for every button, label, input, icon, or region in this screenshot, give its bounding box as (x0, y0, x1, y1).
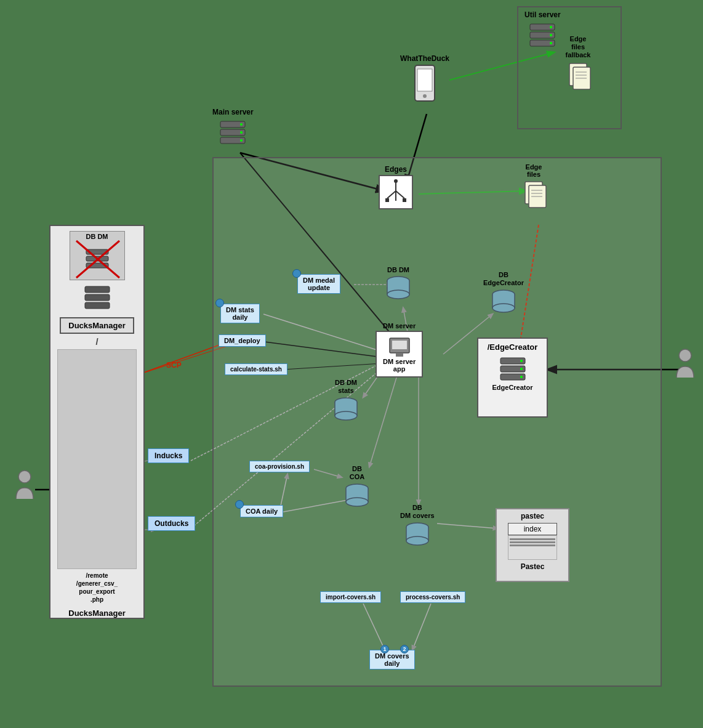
edge-files-fallback-icon (564, 61, 592, 91)
svg-rect-55 (403, 198, 406, 202)
db-dm-stats-icon (332, 396, 360, 423)
edges-box (379, 175, 413, 209)
util-server-box: Util server Edgefilesfallback (517, 6, 622, 129)
db-dm-stats-label: DB DMstats (335, 379, 357, 395)
pastec-index-box: index (508, 523, 557, 560)
svg-point-68 (492, 304, 515, 312)
dm-stats-indicator (215, 299, 224, 307)
coa-daily-label: COA daily (246, 508, 278, 515)
db-edge-creator-icon (490, 288, 517, 315)
pastec-content (508, 535, 557, 560)
svg-point-47 (240, 123, 243, 126)
pastec-index-label: index (508, 523, 557, 535)
edge-files-fallback-node: Edgefilesfallback (564, 35, 592, 91)
main-server-label: Main server (212, 108, 254, 116)
calculate-stats-label: calculate-stats.sh (230, 366, 282, 373)
dm-stats-daily-label: DM statsdaily (226, 306, 254, 321)
main-server-container (212, 157, 662, 687)
dm-deploy-node: DM_deploy (219, 334, 266, 347)
util-server-label: Util server (524, 10, 561, 19)
calculate-stats-node: calculate-stats.sh (225, 363, 287, 375)
import-covers-node: import-covers.sh (320, 591, 381, 603)
coa-daily-indicator (235, 500, 244, 509)
dm-covers-daily-label: DM coversdaily (375, 652, 409, 667)
dm-server-app-label: DM serverapp (383, 358, 416, 373)
bookcase-button-wrapper[interactable]: DucksManager (60, 317, 134, 334)
dm-deploy-label: DM_deploy (224, 337, 260, 344)
db-coa-icon (343, 482, 371, 509)
dm-medal-update-box: DM medalupdate (297, 274, 340, 294)
inducks-node: Inducks (148, 448, 189, 463)
edge-files-label: Edgefiles (526, 163, 542, 178)
dm-medal-indicator (292, 269, 301, 278)
svg-rect-90 (85, 286, 110, 293)
svg-line-51 (387, 191, 396, 198)
svg-point-82 (520, 360, 523, 362)
outducks-box: Outducks (148, 516, 195, 531)
dm-medal-update-node: DM medalupdate (297, 274, 340, 294)
svg-point-103 (679, 349, 691, 362)
dm-panel-server (84, 284, 111, 313)
db-edge-creator-label: DBEdgeCreator (483, 271, 524, 287)
svg-point-95 (346, 498, 368, 506)
slash-label: / (95, 336, 98, 347)
coa-provision-box: coa-provision.sh (249, 461, 310, 472)
dm-panel-server-icon (84, 284, 111, 311)
svg-point-83 (520, 368, 523, 370)
svg-point-35 (550, 42, 552, 44)
util-server-node: Util server (524, 10, 561, 50)
svg-line-52 (396, 191, 404, 198)
edge-creator-path-label: /EdgeCreator (488, 342, 538, 352)
db-dm-covers-icon (404, 521, 431, 548)
dm-server-node: DM server DM serverapp (376, 322, 423, 378)
main-server-icon (218, 118, 247, 147)
edges-icon (382, 179, 409, 203)
process-covers-node: process-covers.sh (400, 591, 465, 603)
db-dm-top-icon (385, 275, 412, 302)
dm-deploy-box: DM_deploy (219, 334, 266, 347)
coa-provision-label: coa-provision.sh (255, 463, 304, 470)
edges-node: Edges (379, 165, 413, 209)
edge-files-icon (520, 179, 547, 209)
inducks-outducks-section (57, 349, 136, 569)
process-covers-label: process-covers.sh (406, 594, 460, 601)
pastec-label: pastec (497, 509, 568, 520)
pastec-node-label: Pastec (497, 562, 568, 571)
person-left (14, 469, 36, 503)
svg-rect-91 (85, 294, 110, 301)
diagram: Util server Edgefilesfallback (0, 0, 703, 728)
ducks-manager-label: DucksManager (68, 609, 125, 618)
db-dm-top-node: DB DM (385, 266, 412, 302)
db-dm-covers-label: DBDM covers (400, 504, 435, 520)
dm-covers-daily-node: 1 2 DM coversdaily (369, 650, 415, 669)
edge-creator-container: /EdgeCreator EdgeCreator (477, 338, 548, 418)
svg-point-33 (550, 26, 552, 28)
dm-covers-indicator-2: 2 (400, 645, 409, 653)
person-right (674, 348, 696, 381)
remote-php-label: /remote/generer_csv_pour_export.php (76, 572, 118, 604)
bookcase-button[interactable]: DucksManager (60, 317, 134, 334)
process-covers-box: process-covers.sh (400, 591, 465, 603)
svg-rect-92 (85, 302, 110, 309)
dm-server-label: DM server (383, 322, 416, 330)
inducks-box: Inducks (148, 448, 189, 463)
dm-stats-daily-node: DM statsdaily (220, 304, 260, 323)
svg-point-84 (520, 376, 523, 378)
db-edge-creator-node: DBEdgeCreator (483, 271, 524, 315)
db-dm-top-label: DB DM (387, 266, 409, 273)
calculate-stats-box: calculate-stats.sh (225, 363, 287, 375)
db-dm-stats-node: DB DMstats (332, 379, 360, 423)
person-left-icon (14, 469, 36, 500)
svg-point-100 (406, 536, 428, 545)
svg-point-43 (423, 94, 427, 98)
outducks-node: Outducks (148, 516, 195, 531)
svg-rect-78 (396, 353, 403, 357)
edge-creator-server-icon (498, 354, 528, 384)
svg-point-63 (387, 290, 409, 299)
coa-provision-node: coa-provision.sh (249, 461, 310, 472)
dm-server-app-box: DM serverapp (376, 331, 423, 378)
dm-stats-daily-box: DM statsdaily (220, 304, 260, 323)
svg-point-34 (550, 34, 552, 36)
db-dm-crossed-box: DB DM (70, 231, 125, 280)
dm-server-app-icon (387, 336, 412, 358)
